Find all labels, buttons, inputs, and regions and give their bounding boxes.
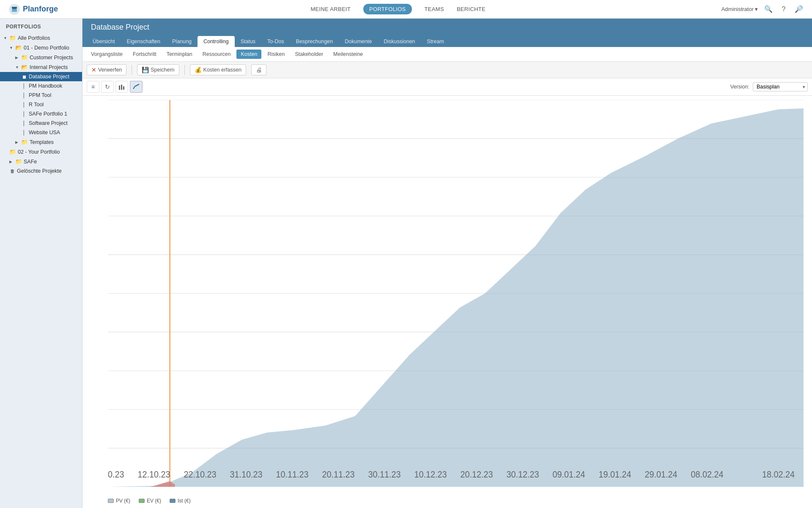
legend-ev: EV (€) bbox=[139, 498, 161, 504]
project-icon: │ bbox=[21, 83, 27, 88]
sub-tab-kosten[interactable]: Kosten bbox=[236, 50, 261, 59]
cost-chart: 5'000 10'000 15'000 20'000 25'000 30'000… bbox=[108, 100, 804, 487]
sidebar-item-01-demo[interactable]: 📂 01 - Demo Portfolio bbox=[0, 43, 82, 52]
tab-stream[interactable]: Stream bbox=[421, 36, 450, 47]
svg-text:20.12.23: 20.12.23 bbox=[460, 469, 493, 479]
chart-legend: PV (€) EV (€) Ist (€) bbox=[108, 498, 191, 504]
nav-berichte[interactable]: BERICHTE bbox=[457, 6, 486, 12]
pv-area bbox=[108, 108, 804, 487]
svg-text:10.11.23: 10.11.23 bbox=[276, 469, 308, 479]
sub-tab-terminplan[interactable]: Terminplan bbox=[162, 50, 197, 59]
action-toolbar: ✕ Verwerfen 💾 Speichern 💰 Kosten erfasse… bbox=[82, 62, 812, 78]
version-label: Version: bbox=[730, 84, 749, 90]
folder-icon: 📂 bbox=[21, 64, 28, 70]
svg-text:22.10.23: 22.10.23 bbox=[184, 469, 216, 479]
view-toolbar: ≡ ↻ Version: Basisplan Version 1 Version… bbox=[82, 78, 812, 96]
svg-text:31.10.23: 31.10.23 bbox=[230, 469, 262, 479]
page-title: Database Project bbox=[91, 23, 149, 31]
tab-bar: Übersicht Eigenschaften Planung Controll… bbox=[82, 36, 812, 47]
tab-besprechungen[interactable]: Besprechungen bbox=[290, 36, 339, 47]
tab-eigenschaften[interactable]: Eigenschaften bbox=[121, 36, 166, 47]
project-icon: │ bbox=[21, 130, 27, 135]
version-select-wrapper: Basisplan Version 1 Version 2 bbox=[753, 82, 808, 91]
tab-planung[interactable]: Planung bbox=[166, 36, 198, 47]
sidebar-item-templates[interactable]: 📁 Templates bbox=[0, 137, 82, 147]
sidebar-item-database-project[interactable]: ◼ Database Project bbox=[0, 72, 82, 81]
x-icon: ✕ bbox=[91, 66, 96, 73]
svg-text:30.11.23: 30.11.23 bbox=[368, 469, 401, 479]
folder-icon: 📁 bbox=[21, 54, 28, 61]
legend-pv-color bbox=[108, 499, 114, 503]
sub-tab-ressourcen[interactable]: Ressourcen bbox=[198, 50, 235, 59]
tree-arrow bbox=[9, 46, 14, 50]
sidebar-item-r-tool[interactable]: │ R Tool bbox=[0, 100, 82, 109]
svg-text:19.01.24: 19.01.24 bbox=[599, 469, 631, 479]
sidebar-item-safe[interactable]: 📁 SAFe bbox=[0, 157, 82, 166]
sub-tab-stakeholder[interactable]: Stakeholder bbox=[291, 50, 327, 59]
sub-tab-fortschritt[interactable]: Fortschritt bbox=[129, 50, 161, 59]
svg-text:12.10.23: 12.10.23 bbox=[137, 469, 170, 479]
sidebar-item-ppm-tool[interactable]: │ PPM Tool bbox=[0, 91, 82, 100]
tab-dokumente[interactable]: Dokumente bbox=[339, 36, 378, 47]
tab-status[interactable]: Status bbox=[235, 36, 261, 47]
admin-dropdown[interactable]: Administrator ▾ bbox=[721, 6, 758, 12]
legend-ev-color bbox=[139, 499, 145, 503]
zoom-icon[interactable]: 🔎 bbox=[794, 5, 804, 14]
sidebar-item-alle-portfolios[interactable]: 📁 Alle Portfolios bbox=[0, 33, 82, 43]
tab-diskussionen[interactable]: Diskussionen bbox=[378, 36, 421, 47]
line-chart-icon bbox=[133, 84, 140, 90]
view-refresh-btn[interactable]: ↻ bbox=[101, 81, 114, 93]
toolbar-separator-2 bbox=[184, 65, 185, 75]
page-header: Database Project bbox=[82, 19, 812, 36]
svg-text:18.02.24: 18.02.24 bbox=[762, 469, 795, 479]
sidebar-item-geloschte[interactable]: 🗑 Gelöschte Projekte bbox=[0, 166, 82, 176]
nav-portfolios[interactable]: PORTFOLIOS bbox=[363, 4, 412, 14]
nav-teams[interactable]: TEAMS bbox=[425, 6, 444, 12]
print-icon: 🖨 bbox=[256, 66, 262, 73]
tree-arrow bbox=[15, 55, 19, 60]
sidebar-item-safe-portfolio-1[interactable]: │ SAFe Portfolio 1 bbox=[0, 109, 82, 119]
svg-text:08.02.24: 08.02.24 bbox=[691, 469, 724, 479]
sidebar-item-website-usa[interactable]: │ Website USA bbox=[0, 128, 82, 137]
tab-to-dos[interactable]: To-Dos bbox=[261, 36, 290, 47]
help-icon[interactable]: ? bbox=[779, 5, 788, 14]
logo[interactable]: Planforge bbox=[8, 3, 58, 15]
search-icon[interactable]: 🔍 bbox=[764, 5, 773, 14]
sidebar-item-software-project[interactable]: │ Software Project bbox=[0, 119, 82, 128]
discard-button[interactable]: ✕ Verwerfen bbox=[87, 64, 126, 75]
sidebar-item-internal-projects[interactable]: 📂 Internal Projects bbox=[0, 62, 82, 72]
sub-tab-risiken[interactable]: Risiken bbox=[263, 50, 289, 59]
capture-costs-button[interactable]: 💰 Kosten erfassen bbox=[190, 64, 246, 75]
view-bar-chart-btn[interactable] bbox=[115, 81, 128, 93]
logo-icon bbox=[8, 3, 20, 15]
main-layout: PORTFOLIOS 📁 Alle Portfolios 📂 01 - Demo… bbox=[0, 19, 812, 508]
view-line-chart-btn[interactable] bbox=[130, 81, 143, 93]
tab-ubersicht[interactable]: Übersicht bbox=[87, 36, 121, 47]
sub-tab-bar: Vorgangsliste Fortschritt Terminplan Res… bbox=[82, 47, 812, 62]
sidebar-item-pm-handbook[interactable]: │ PM Handbook bbox=[0, 81, 82, 91]
bar-chart-icon bbox=[118, 84, 125, 90]
legend-ist: Ist (€) bbox=[170, 498, 191, 504]
legend-ist-color bbox=[170, 499, 176, 503]
sidebar-item-customer-projects[interactable]: 📁 Customer Projects bbox=[0, 52, 82, 62]
sidebar-header: PORTFOLIOS bbox=[0, 19, 82, 33]
legend-pv: PV (€) bbox=[108, 498, 130, 504]
logo-text: Planforge bbox=[23, 5, 58, 14]
main-nav: MEINE ARBEIT PORTFOLIOS TEAMS BERICHTE bbox=[75, 4, 721, 14]
main-content: Database Project Übersicht Eigenschaften… bbox=[82, 19, 812, 508]
sub-tab-meilensteine[interactable]: Meilensteine bbox=[329, 50, 367, 59]
sidebar-item-02-your-portfolio[interactable]: 📁 02 - Your Portfolio bbox=[0, 147, 82, 157]
print-button[interactable]: 🖨 bbox=[251, 64, 266, 75]
nav-meine-arbeit[interactable]: MEINE ARBEIT bbox=[310, 6, 351, 12]
ist-small-area bbox=[150, 481, 175, 487]
save-icon: 💾 bbox=[142, 66, 149, 73]
version-select[interactable]: Basisplan Version 1 Version 2 bbox=[753, 82, 808, 91]
legend-ev-label: EV (€) bbox=[147, 498, 161, 504]
view-list-btn[interactable]: ≡ bbox=[87, 81, 99, 93]
sub-tab-vorgangsliste[interactable]: Vorgangsliste bbox=[87, 50, 127, 59]
save-button[interactable]: 💾 Speichern bbox=[137, 64, 179, 75]
svg-text:09.01.24: 09.01.24 bbox=[553, 469, 585, 479]
folder-icon: 📁 bbox=[21, 139, 28, 145]
tree-arrow bbox=[9, 160, 14, 164]
tab-controlling[interactable]: Controlling bbox=[198, 36, 235, 47]
